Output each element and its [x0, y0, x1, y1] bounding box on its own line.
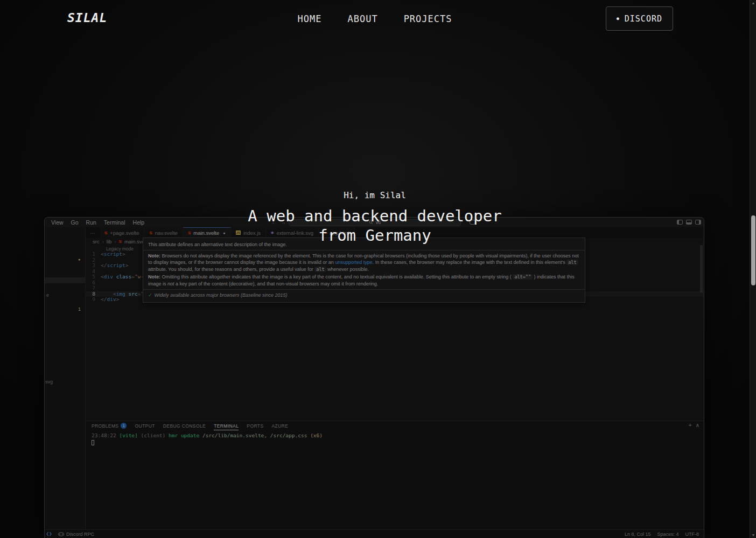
bottom-panel: PROBLEMS1OUTPUTDEBUG CONSOLETERMINALPORT… — [86, 421, 704, 529]
remote-indicator-icon[interactable] — [46, 532, 52, 536]
statusbar-discord-rpc[interactable]: Discord RPC — [58, 532, 94, 537]
discord-rpc-label: Discord RPC — [66, 532, 94, 537]
gamepad-icon — [58, 532, 64, 536]
code-text: <script> — [101, 251, 125, 257]
hover-paragraph: Note: Browsers do not always display the… — [148, 253, 580, 273]
status-bar: Discord RPC Ln 8, Col 15Spaces: 4UTF-8 — [45, 529, 704, 538]
new-terminal-icon[interactable]: + — [689, 422, 692, 428]
site-header: SILAL HOMEABOUTPROJECTS ● DISCORD — [0, 0, 750, 38]
sidebar-fragment-badge: 1 — [78, 306, 81, 312]
hover-paragraph: ✓Widely available across major browsers … — [148, 292, 580, 298]
hero-title-line2: from Germany — [0, 226, 750, 245]
panel-tab-azure[interactable]: AZURE — [271, 421, 288, 430]
scroll-up-icon[interactable]: ▲ — [750, 1, 756, 5]
line-number: 9 — [86, 297, 101, 303]
hover-paragraph: Note: Omitting this attribute altogether… — [148, 274, 580, 287]
unsupported-type-link[interactable]: unsupported type — [335, 260, 373, 265]
panel-actions: + ∧ — [689, 422, 699, 428]
status-indentation[interactable]: Spaces: 4 — [657, 532, 678, 537]
hero-section: Hi, im Silal A web and backend developer… — [0, 190, 750, 245]
code-text: </div> — [101, 297, 119, 303]
page-scrollbar[interactable]: ▲ ▼ — [750, 0, 756, 538]
scroll-down-icon[interactable]: ▼ — [750, 533, 756, 537]
tooltip-divider — [143, 289, 585, 290]
line-number: 3 — [86, 263, 101, 269]
scrollbar-thumb[interactable] — [751, 215, 755, 285]
discord-button[interactable]: ● DISCORD — [606, 6, 673, 31]
terminal-cursor — [92, 440, 94, 445]
line-number: 7 — [86, 285, 101, 291]
panel-tab-ports[interactable]: PORTS — [247, 421, 263, 430]
code-text: </script> — [101, 263, 129, 269]
maximize-panel-icon[interactable]: ∧ — [696, 422, 699, 428]
problems-badge: 1 — [121, 423, 127, 429]
hero-title-line1: A web and backend developer — [0, 206, 750, 226]
panel-tab-problems[interactable]: PROBLEMS1 — [92, 421, 127, 430]
sidebar-fragment-dot: ● — [78, 257, 80, 261]
status-cursor-position[interactable]: Ln 8, Col 15 — [625, 532, 651, 537]
panel-tabs: PROBLEMS1OUTPUTDEBUG CONSOLETERMINALPORT… — [86, 421, 704, 430]
panel-tab-debug-console[interactable]: DEBUG CONSOLE — [163, 421, 206, 430]
sidebar-selected-row[interactable] — [45, 277, 85, 283]
vscode-window: ViewGoRunTerminalHelp ← → v6 ●e1svg ⋯ S+… — [44, 217, 704, 538]
editor-column: ⋯ S+page.svelteSnav.svelteSmain.svelte●J… — [86, 227, 704, 529]
panel-tab-terminal[interactable]: TERMINAL — [214, 421, 239, 430]
nav-link-home[interactable]: HOME — [297, 13, 321, 24]
editor-scrollbar[interactable] — [700, 245, 703, 292]
terminal-output[interactable]: 23:48:22 [vite] (client) hmr update /src… — [86, 430, 704, 529]
panel-tab-output[interactable]: OUTPUT — [135, 421, 155, 430]
line-number: 1 — [86, 251, 101, 257]
statusbar-left: Discord RPC — [46, 532, 94, 537]
explorer-sidebar[interactable]: ●e1svg — [45, 227, 86, 529]
nav-link-about[interactable]: ABOUT — [347, 13, 377, 24]
sidebar-fragment-label-b: svg — [45, 379, 53, 385]
hover-tooltip: This attribute defines an alternative te… — [143, 237, 585, 303]
nav-link-projects[interactable]: PROJECTS — [404, 13, 452, 24]
terminal-line: 23:48:22 [vite] (client) hmr update /src… — [92, 432, 704, 439]
discord-button-label: DISCORD — [625, 14, 662, 24]
line-number: 5 — [86, 274, 101, 280]
tooltip-divider — [143, 250, 585, 250]
sidebar-fragment-label-a: e — [46, 292, 49, 298]
hero-greeting: Hi, im Silal — [0, 190, 750, 200]
status-encoding[interactable]: UTF-8 — [685, 532, 699, 537]
vscode-main-row: ●e1svg ⋯ S+page.svelteSnav.svelteSmain.s… — [45, 227, 704, 529]
statusbar-right: Ln 8, Col 15Spaces: 4UTF-8 — [625, 532, 699, 537]
discord-bullet-icon: ● — [617, 17, 620, 21]
